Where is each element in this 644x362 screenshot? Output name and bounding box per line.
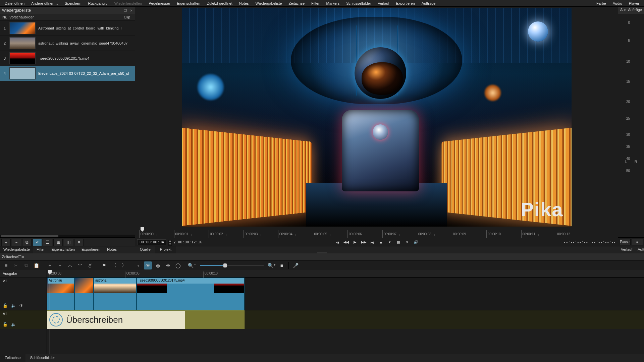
remove-icon[interactable]: － [56, 261, 64, 269]
tab-playlist[interactable]: Wiedergabeliste [0, 246, 33, 253]
timecode-spinner[interactable]: ▲▼ [168, 240, 172, 245]
split-icon[interactable]: 〥 [86, 261, 94, 269]
track-header-a1[interactable]: A1 🔓 🔈 [0, 310, 47, 329]
menu-jobs[interactable]: Aufträge [418, 1, 439, 6]
col-thumb[interactable]: Vorschaubilder [9, 14, 38, 20]
playlist-row[interactable]: 1 Astronaut_sitting_at_control_board_wit… [0, 21, 135, 36]
track-mute-icon[interactable]: 🔈 [11, 322, 16, 327]
playlist-copy-button[interactable]: ⧉ [22, 239, 32, 246]
zoom-slider[interactable] [200, 265, 264, 266]
timeline-undock-icon[interactable]: ❐ [18, 255, 21, 259]
menu-markers[interactable]: Markers [323, 1, 343, 6]
volume-icon[interactable]: 🔊 [413, 239, 419, 245]
tab-properties[interactable]: Eigenschaften [48, 246, 78, 253]
video-clip[interactable]: astrona [94, 278, 137, 310]
playlist-row[interactable]: 3 _seed2009005309120175.mp4 [0, 51, 135, 66]
timecode-current[interactable]: 00:00:00:04 [137, 239, 166, 245]
ripple-icon[interactable]: ◎ [154, 261, 162, 269]
tab-jobs-bottom[interactable]: Aufträge [635, 246, 644, 253]
track-lane-v1[interactable]: Astronau astrona _seed2009005309120175.m… [47, 278, 644, 310]
menu-playlist[interactable]: Wiedergabeliste [252, 1, 285, 6]
playlist-add-button[interactable]: ＋ [1, 239, 11, 246]
tab-history[interactable]: Verlauf [618, 246, 635, 253]
tab-notes[interactable]: Notes [104, 246, 120, 253]
grid-icon[interactable]: ▦ [395, 239, 401, 245]
menu-export[interactable]: Exportieren [393, 1, 418, 6]
menu-color[interactable]: Farbe [593, 1, 609, 6]
append-icon[interactable]: ＋ [46, 261, 54, 269]
menu-keyframes[interactable]: Schlüsselbilder [343, 1, 374, 6]
ripple-all-icon[interactable]: ❋ [164, 261, 172, 269]
col-nr[interactable]: Nr. [0, 14, 9, 20]
menu-undo[interactable]: Rückgängig [85, 1, 111, 6]
col-clip[interactable]: Clip [38, 14, 135, 20]
scrub-icon[interactable]: 👁 [144, 261, 152, 269]
menu-filter[interactable]: Filter [308, 1, 323, 6]
tab-export[interactable]: Exportieren [78, 246, 104, 253]
playlist-hscrollbar[interactable] [0, 235, 135, 237]
tab-filter[interactable]: Filter [33, 246, 48, 253]
menu-recent[interactable]: Zuletzt geöffnet [204, 1, 236, 6]
timeline-playhead[interactable] [50, 270, 50, 354]
playlist-view-icons-icon[interactable]: ◫ [64, 239, 73, 246]
lift-icon[interactable]: ︿ [66, 261, 74, 269]
stop-icon[interactable]: ■ [378, 239, 384, 245]
preview-canvas[interactable]: Pika [182, 8, 572, 227]
playlist-check-button[interactable]: ✔ [33, 239, 42, 246]
menu-open-file[interactable]: Datei öffnen [1, 1, 28, 6]
tab-timeline[interactable]: Zeitachse [0, 354, 25, 362]
timeline-ruler[interactable]: 00:00:0000:00:0500:00:10 [47, 270, 644, 278]
zoom-fit-icon[interactable]: ■ [278, 261, 286, 269]
ripple-markers-icon[interactable]: ◯ [174, 261, 182, 269]
playlist-remove-button[interactable]: － [12, 239, 21, 246]
marker-icon[interactable]: ⚑ [100, 261, 108, 269]
grid-dropdown-icon[interactable]: ▾ [404, 239, 410, 245]
track-lock-icon[interactable]: 🔓 [3, 303, 8, 308]
track-lane-a1[interactable]: Überschreiben [47, 310, 644, 329]
preview-time-ruler[interactable]: 00:00:0000:00:0100:00:0200:00:0300:00:04… [135, 230, 618, 238]
skip-start-icon[interactable]: ⏮ [334, 239, 340, 245]
zoom-in-icon[interactable]: 🔍⁺ [268, 261, 276, 269]
playlist-menu-icon[interactable]: ≡ [74, 239, 84, 246]
track-header-v1[interactable]: V1 🔓 🔈 👁 [0, 278, 47, 310]
tab-keyframes[interactable]: Schlüsselbilder [25, 354, 60, 362]
menu-player[interactable]: Player [626, 1, 643, 6]
playlist-row[interactable]: 2 astronaut_walking_away,_cinematic_seed… [0, 36, 135, 51]
snap-icon[interactable]: ∩ [134, 261, 142, 269]
tab-jobs[interactable]: Aufträge [626, 7, 644, 14]
play-icon[interactable]: ▶ [352, 239, 358, 245]
pause-button[interactable]: Pause [619, 239, 631, 245]
track-hide-icon[interactable]: 👁 [19, 303, 23, 308]
menu-notes[interactable]: Notes [236, 1, 252, 6]
audio-clip[interactable]: Überschreiben [47, 310, 245, 329]
track-mute-icon[interactable]: 🔈 [11, 303, 16, 308]
next-marker-icon[interactable]: 〉 [120, 261, 128, 269]
timeline-close-icon[interactable]: ✕ [21, 255, 24, 259]
overwrite-icon[interactable]: ﹀ [76, 261, 84, 269]
skip-end-icon[interactable]: ⏭ [369, 239, 375, 245]
video-clip[interactable]: Astronau [47, 278, 74, 310]
loop-dropdown-icon[interactable]: ▾ [387, 239, 393, 245]
fast-forward-icon[interactable]: ▶▶ [361, 239, 367, 245]
menu-open-other[interactable]: Andere öffnen… [28, 1, 61, 6]
playlist-close-icon[interactable]: ✕ [129, 8, 133, 13]
meter-menu-icon[interactable]: ≡ [632, 239, 643, 245]
menu-audio[interactable]: Audio [609, 1, 626, 6]
menu-peak-meter[interactable]: Pegelmesser [145, 1, 173, 6]
menu-save[interactable]: Speichern [61, 1, 85, 6]
cut-icon[interactable]: ✂ [12, 261, 20, 269]
tab-audio-meter[interactable]: Audi… [618, 7, 626, 14]
tab-source[interactable]: Quelle [135, 246, 155, 253]
timeline-menu-icon[interactable]: ≡ [2, 261, 10, 269]
menu-timeline[interactable]: Zeitachse [285, 1, 308, 6]
playlist-row[interactable]: 4 ElevenLabs_2024-03-07T20_22_32_Adam_pr… [0, 66, 135, 81]
playlist-view-tiles-icon[interactable]: ▦ [53, 239, 63, 246]
rewind-icon[interactable]: ◀◀ [343, 239, 349, 245]
record-audio-icon[interactable]: 🎤 [291, 261, 300, 269]
menu-properties[interactable]: Eigenschaften [173, 1, 204, 6]
menu-history[interactable]: Verlauf [374, 1, 392, 6]
video-clip[interactable]: _seed2009005309120175.mp4 [137, 278, 245, 310]
tab-project[interactable]: Projekt [155, 246, 176, 253]
copy-icon[interactable]: ⧉ [22, 261, 30, 269]
track-lock-icon[interactable]: 🔓 [3, 322, 8, 327]
